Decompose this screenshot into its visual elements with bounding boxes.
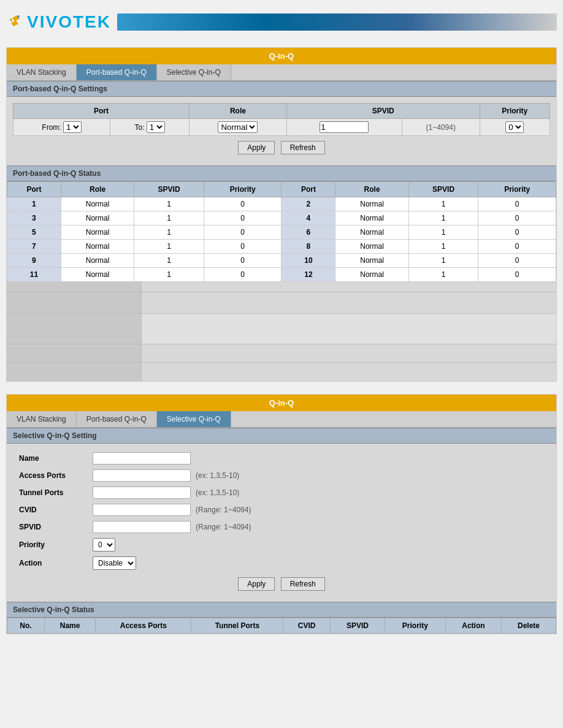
port-num: 2	[282, 197, 335, 211]
settings-header-1: Port-based Q-in-Q Settings	[7, 81, 556, 97]
spvid-hint-2: (Range: 1~4094)	[196, 523, 251, 531]
selective-status-header: Selective Q-in-Q Status	[7, 602, 556, 618]
tunnel-ports-input[interactable]	[93, 487, 191, 499]
access-ports-label: Access Ports	[19, 471, 93, 480]
logo-banner	[117, 13, 557, 31]
status-header-1: Port-based Q-in-Q Status	[7, 165, 556, 181]
access-ports-hint: (ex: 1,3,5-10)	[196, 471, 239, 480]
priority-label-2: Priority	[19, 540, 93, 549]
spvid-hint-cell: (1~4094)	[402, 119, 480, 136]
status-table-area-1: Port Role SPVID Priority Port Role SPVID…	[7, 181, 556, 282]
priority-select-1[interactable]: 0123 4567	[505, 121, 524, 133]
priority-col-header: Priority	[480, 104, 550, 119]
spvid-label-2: SPVID	[19, 523, 93, 531]
role-cell: Normal Tunnel	[189, 119, 286, 136]
cvid-input[interactable]	[93, 504, 191, 516]
brand-name: VIVOTEK	[27, 12, 111, 32]
port-num: 10	[282, 254, 335, 268]
port-num: 9	[7, 254, 61, 268]
refresh-button-1[interactable]: Refresh	[281, 141, 325, 154]
button-row-1: Apply Refresh	[13, 136, 550, 159]
selective-settings-header: Selective Q-in-Q Setting	[7, 428, 556, 444]
port-num: 5	[7, 226, 61, 240]
port-num: 12	[282, 268, 335, 282]
role-select[interactable]: Normal Tunnel	[218, 121, 258, 133]
port-num: 3	[7, 211, 61, 226]
name-label: Name	[19, 454, 93, 463]
spvid-input[interactable]	[320, 121, 369, 133]
apply-button-2[interactable]: Apply	[238, 577, 275, 591]
tab-port-based-qinq-2[interactable]: Port-based Q-in-Q	[77, 411, 157, 427]
sel-col-spvid: SPVID	[330, 618, 385, 634]
sel-col-action: Action	[445, 618, 501, 634]
filler-area-1	[7, 282, 556, 381]
button-row-2: Apply Refresh	[19, 572, 544, 596]
to-cell: To: 1234 5678	[110, 119, 190, 136]
selective-status-area: No. Name Access Ports Tunnel Ports CVID …	[7, 618, 556, 634]
svg-point-0	[17, 15, 20, 18]
selective-form: Name Access Ports (ex: 1,3,5-10) Tunnel …	[7, 444, 556, 602]
tunnel-ports-row: Tunnel Ports (ex: 1,3,5-10)	[19, 484, 544, 501]
selective-status-table: No. Name Access Ports Tunnel Ports CVID …	[7, 618, 556, 634]
status-col-role1: Role	[61, 182, 134, 197]
panel2-title: Q-in-Q	[7, 395, 556, 411]
panel-1: Q-in-Q VLAN Stacking Port-based Q-in-Q S…	[6, 47, 557, 382]
role-col-header: Role	[189, 104, 286, 119]
logo-icon	[6, 13, 25, 31]
table-row: 9 Normal 1 0 10 Normal 1 0	[7, 254, 556, 268]
status-col-port2: Port	[282, 182, 335, 197]
panel-2: Q-in-Q VLAN Stacking Port-based Q-in-Q S…	[6, 394, 557, 634]
logo: VIVOTEK	[6, 12, 111, 32]
port-num: 4	[282, 211, 335, 226]
access-ports-input[interactable]	[93, 469, 191, 482]
priority-select-2[interactable]: 0123 4567	[93, 538, 115, 552]
spvid-cell	[286, 119, 402, 136]
sel-col-access: Access Ports	[96, 618, 191, 634]
tab-vlan-stacking-1[interactable]: VLAN Stacking	[7, 64, 77, 80]
cvid-label: CVID	[19, 506, 93, 514]
sel-col-cvid: CVID	[283, 618, 331, 634]
config-table-1: Port Role SPVID Priority From: 1234 5678	[13, 103, 550, 136]
spvid-input-2[interactable]	[93, 521, 191, 533]
tab-vlan-stacking-2[interactable]: VLAN Stacking	[7, 411, 77, 427]
cvid-row: CVID (Range: 1~4094)	[19, 501, 544, 518]
port-col-header: Port	[13, 104, 190, 119]
spvid-col-header: SPVID	[286, 104, 480, 119]
status-col-role2: Role	[335, 182, 408, 197]
cvid-hint: (Range: 1~4094)	[196, 506, 251, 514]
priority-cell: 0123 4567	[480, 119, 550, 136]
action-select[interactable]: Disable Enable	[93, 556, 136, 570]
tunnel-ports-hint: (ex: 1,3,5-10)	[196, 488, 239, 497]
apply-button-1[interactable]: Apply	[238, 141, 275, 154]
table-row: 1 Normal 1 0 2 Normal 1 0	[7, 197, 556, 211]
panel1-title: Q-in-Q	[7, 48, 556, 64]
action-label: Action	[19, 559, 93, 567]
table-row: 7 Normal 1 0 8 Normal 1 0	[7, 240, 556, 254]
tab-port-based-qinq-1[interactable]: Port-based Q-in-Q	[77, 64, 157, 80]
status-col-port1: Port	[7, 182, 61, 197]
settings-area-1: Port Role SPVID Priority From: 1234 5678	[7, 97, 556, 165]
refresh-button-2[interactable]: Refresh	[281, 577, 325, 591]
name-input[interactable]	[93, 452, 191, 464]
logo-area: VIVOTEK	[6, 6, 557, 38]
tab-selective-qinq-1[interactable]: Selective Q-in-Q	[157, 64, 231, 80]
sel-col-no: No.	[7, 618, 45, 634]
to-select[interactable]: 1234 5678	[147, 121, 165, 133]
status-col-spvid1: SPVID	[134, 182, 204, 197]
spvid-row: SPVID (Range: 1~4094)	[19, 518, 544, 536]
table-row: 5 Normal 1 0 6 Normal 1 0	[7, 226, 556, 240]
port-num: 11	[7, 268, 61, 282]
status-col-priority1: Priority	[204, 182, 282, 197]
port-num: 8	[282, 240, 335, 254]
priority-row: Priority 0123 4567	[19, 536, 544, 554]
from-select[interactable]: 1234 5678	[63, 121, 82, 133]
tab-selective-qinq-2[interactable]: Selective Q-in-Q	[157, 411, 231, 427]
status-table-1: Port Role SPVID Priority Port Role SPVID…	[7, 181, 556, 282]
name-row: Name	[19, 450, 544, 467]
status-col-priority2: Priority	[478, 182, 556, 197]
status-col-spvid2: SPVID	[408, 182, 478, 197]
sel-col-name: Name	[44, 618, 95, 634]
tunnel-ports-label: Tunnel Ports	[19, 488, 93, 497]
sel-col-delete: Delete	[501, 618, 556, 634]
action-row: Action Disable Enable	[19, 554, 544, 572]
